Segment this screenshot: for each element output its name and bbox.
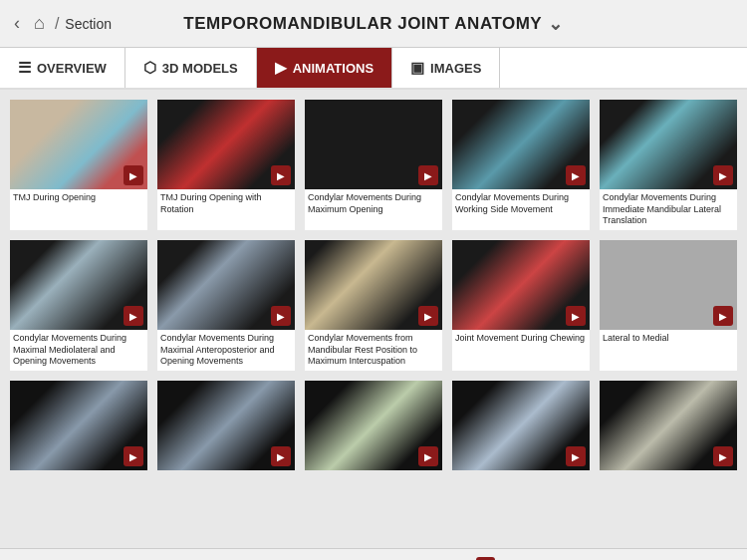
home-button[interactable]: ⌂ — [30, 11, 49, 36]
tab-3dmodels-label: 3D MODELS — [162, 61, 238, 76]
grid-item-2[interactable]: ▶TMJ During Opening with Rotation — [157, 100, 295, 230]
item-label-1: TMJ During Opening — [10, 189, 147, 219]
item-label-10: Lateral to Medial — [600, 330, 737, 360]
play-icon-1[interactable]: ▶ — [124, 165, 143, 185]
item-label-6: Condylar Movements During Maximal Mediol… — [10, 330, 147, 371]
thumbnail-9: ▶ — [452, 240, 590, 330]
play-icon-13[interactable]: ▶ — [418, 446, 438, 466]
grid-layout: ▶TMJ During Opening▶TMJ During Opening w… — [10, 100, 737, 470]
tab-images-label: IMAGES — [430, 61, 481, 76]
item-label-3: Condylar Movements During Maximum Openin… — [305, 189, 442, 219]
item-label-4: Condylar Movements During Working Side M… — [452, 189, 590, 219]
thumbnail-14: ▶ — [452, 381, 590, 470]
title-text: TEMPOROMANDIBULAR JOINT ANATOMY — [183, 14, 542, 34]
grid-item-8[interactable]: ▶Condylar Movements from Mandibular Rest… — [305, 240, 442, 371]
header: ‹ ⌂ / Section TEMPOROMANDIBULAR JOINT AN… — [0, 0, 747, 48]
breadcrumb-section-label: Section — [65, 16, 112, 32]
grid-item-4[interactable]: ▶Condylar Movements During Working Side … — [452, 100, 590, 230]
tab-bar: ☰ OVERVIEW ⬡ 3D MODELS ▶ ANIMATIONS ▣ IM… — [0, 48, 747, 90]
grid-item-6[interactable]: ▶Condylar Movements During Maximal Medio… — [10, 240, 147, 371]
play-icon-11[interactable]: ▶ — [124, 446, 143, 466]
grid-item-1[interactable]: ▶TMJ During Opening — [10, 100, 147, 230]
thumbnail-15: ▶ — [600, 381, 737, 470]
grid-item-9[interactable]: ▶Joint Movement During Chewing — [452, 240, 590, 371]
breadcrumb-separator: / — [55, 15, 59, 33]
images-icon: ▣ — [410, 59, 424, 77]
grid-item-10[interactable]: ▶Lateral to Medial — [600, 240, 737, 371]
thumbnail-6: ▶ — [10, 240, 147, 330]
grid-item-13[interactable]: ▶ — [305, 381, 442, 470]
app-name-section: HEAD & NECK ANATOMY 3 — [313, 557, 495, 561]
back-button[interactable]: ‹ — [10, 11, 24, 36]
item-label-2: TMJ During Opening with Rotation — [157, 189, 295, 219]
breadcrumb: ‹ ⌂ / Section — [10, 11, 169, 36]
tab-images[interactable]: ▣ IMAGES — [392, 48, 500, 88]
thumbnail-5: ▶ — [600, 100, 737, 189]
grid-item-7[interactable]: ▶Condylar Movements During Maximal Anter… — [157, 240, 295, 371]
thumbnail-1: ▶ — [10, 100, 147, 189]
play-icon-9[interactable]: ▶ — [566, 306, 586, 326]
play-icon-12[interactable]: ▶ — [271, 446, 291, 466]
grid-item-14[interactable]: ▶ — [452, 381, 590, 470]
tab-animations-label: ANIMATIONS — [293, 61, 374, 76]
play-icon-6[interactable]: ▶ — [124, 306, 143, 326]
grid-item-3[interactable]: ▶Condylar Movements During Maximum Openi… — [305, 100, 442, 230]
grid-item-15[interactable]: ▶ — [600, 381, 737, 470]
grid-item-11[interactable]: ▶ — [10, 381, 147, 470]
thumbnail-7: ▶ — [157, 240, 295, 330]
thumbnail-12: ▶ — [157, 381, 295, 470]
grid-item-5[interactable]: ▶Condylar Movements During Immediate Man… — [600, 100, 737, 230]
thumbnail-4: ▶ — [452, 100, 590, 189]
play-icon-15[interactable]: ▶ — [713, 446, 733, 466]
thumbnail-3: ▶ — [305, 100, 442, 189]
play-icon-8[interactable]: ▶ — [418, 306, 438, 326]
app-badge: 3 — [476, 557, 495, 561]
item-label-7: Condylar Movements During Maximal Antero… — [157, 330, 295, 371]
tab-overview[interactable]: ☰ OVERVIEW — [0, 48, 125, 88]
play-icon-14[interactable]: ▶ — [566, 446, 586, 466]
grid-item-12[interactable]: ▶ — [157, 381, 295, 470]
title-dropdown-icon[interactable]: ⌄ — [548, 13, 564, 35]
thumbnail-10: ▶ — [600, 240, 737, 330]
footer: © 2018 eHuman, Inc. HEAD & NECK ANATOMY … — [0, 548, 747, 560]
play-icon-3[interactable]: ▶ — [418, 165, 438, 185]
animations-icon: ▶ — [275, 59, 287, 77]
tab-overview-label: OVERVIEW — [37, 61, 107, 76]
tab-3dmodels[interactable]: ⬡ 3D MODELS — [125, 48, 257, 88]
thumbnail-8: ▶ — [305, 240, 442, 330]
item-label-8: Condylar Movements from Mandibular Rest … — [305, 330, 442, 371]
3dmodels-icon: ⬡ — [143, 59, 156, 77]
overview-icon: ☰ — [18, 59, 31, 77]
play-icon-10[interactable]: ▶ — [713, 306, 733, 326]
thumbnail-2: ▶ — [157, 100, 295, 189]
thumbnail-11: ▶ — [10, 381, 147, 470]
play-icon-5[interactable]: ▶ — [713, 165, 733, 185]
item-label-9: Joint Movement During Chewing — [452, 330, 590, 360]
animations-grid: ▶TMJ During Opening▶TMJ During Opening w… — [0, 90, 747, 548]
play-icon-2[interactable]: ▶ — [271, 165, 291, 185]
thumbnail-13: ▶ — [305, 381, 442, 470]
item-label-5: Condylar Movements During Immediate Mand… — [600, 189, 737, 230]
tab-animations[interactable]: ▶ ANIMATIONS — [257, 48, 392, 88]
play-icon-7[interactable]: ▶ — [271, 306, 291, 326]
play-icon-4[interactable]: ▶ — [566, 165, 586, 185]
page-title: TEMPOROMANDIBULAR JOINT ANATOMY ⌄ — [169, 13, 578, 35]
